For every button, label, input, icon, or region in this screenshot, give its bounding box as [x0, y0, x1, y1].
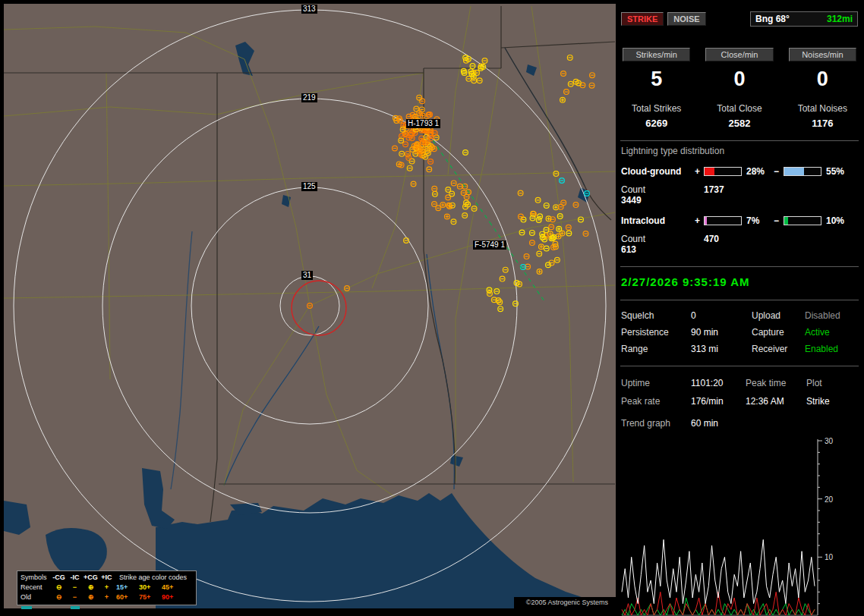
- squelch-label: Squelch: [621, 310, 691, 321]
- legend-col-pos-ic: +IC: [99, 573, 115, 583]
- divider: [620, 366, 859, 366]
- divider: [620, 140, 859, 141]
- capture-value: Active: [805, 327, 860, 338]
- persistence-value: 90 min: [691, 327, 752, 338]
- divider: [620, 266, 859, 267]
- ic-minus-percent: 10%: [826, 215, 852, 226]
- water-shapes: [4, 42, 616, 608]
- intracloud-label: Intracloud: [621, 215, 695, 226]
- noises-per-min-column: Noises/min 0 Total Noises 1176: [789, 48, 856, 129]
- legend-rows: Recent⊖−⊕+15+30+45+Old⊖−⊕+60+75+90+: [20, 583, 193, 602]
- noises-per-min-button[interactable]: Noises/min: [789, 48, 856, 61]
- pos-ic-symbol: +: [99, 592, 115, 602]
- range-value: 313 mi: [691, 344, 752, 354]
- squelch-value: 0: [691, 310, 752, 321]
- minus-sign: −: [774, 166, 784, 177]
- intracloud-count-row: Count 470 613: [621, 234, 860, 255]
- strike-symbols: [307, 55, 595, 312]
- cg-minus-count: 3449: [621, 195, 746, 206]
- legend-col-neg-ic: -IC: [67, 573, 83, 583]
- total-noises-label: Total Noises: [789, 103, 856, 114]
- close-per-min-column: Close/min 0 Total Close 2582: [705, 48, 773, 129]
- strikes-per-min-value: 5: [623, 68, 690, 91]
- total-close-label: Total Close: [705, 103, 773, 114]
- legend-row: Recent⊖−⊕+15+30+45+: [20, 583, 193, 592]
- total-strikes-label: Total Strikes: [623, 103, 690, 114]
- legend-col-neg-cg: -CG: [51, 573, 67, 583]
- neg-cg-symbol: ⊖: [51, 592, 67, 602]
- total-strikes-value: 6269: [623, 118, 690, 129]
- count-label: Count: [621, 234, 695, 244]
- cloud-ground-row: Cloud-ground + 28% − 55%: [621, 166, 860, 177]
- cg-minus-bar: [784, 167, 821, 176]
- peak-time-value: 12:36 AM: [746, 396, 806, 407]
- age-code: 75+: [139, 592, 160, 602]
- strikes-per-min-button[interactable]: Strikes/min: [623, 48, 690, 61]
- plot-label: Plot: [806, 378, 860, 388]
- ic-plus-percent: 7%: [746, 215, 774, 226]
- storm-cell-label: H-1793 1: [406, 119, 440, 128]
- legend-age-title: Strike age color codes: [119, 573, 187, 583]
- receiver-value: Enabled: [805, 344, 860, 354]
- uptime-label: Uptime: [621, 378, 691, 388]
- distribution-title: Lightning type distribution: [621, 146, 860, 156]
- uptime-value: 1101:20: [691, 378, 746, 388]
- age-code: 30+: [139, 583, 160, 592]
- pos-cg-symbol: ⊕: [83, 583, 99, 592]
- peak-rate-label: Peak rate: [621, 396, 691, 407]
- upload-value: Disabled: [805, 310, 860, 321]
- neg-cg-symbol: ⊖: [51, 583, 67, 592]
- strikes-per-min-column: Strikes/min 5 Total Strikes 6269: [623, 48, 690, 129]
- peak-time-label: Peak time: [746, 378, 806, 388]
- age-code: 90+: [162, 592, 183, 602]
- total-noises-value: 1176: [789, 118, 856, 129]
- rivers: [171, 48, 585, 489]
- ic-plus-count: 470: [704, 234, 784, 244]
- trend-graph-canvas: 1020306050403020100min: [619, 433, 860, 616]
- svg-text:10: 10: [825, 553, 834, 561]
- cg-plus-percent: 28%: [746, 166, 774, 177]
- cloud-ground-count-row: Count 1737 3449: [621, 184, 860, 206]
- ic-plus-bar: [704, 216, 742, 225]
- legend-row-label: Recent: [20, 583, 51, 592]
- capture-label: Capture: [752, 327, 805, 338]
- status-panel: STRIKE NOISE Bng 68° 312mi Strikes/min 5…: [619, 4, 860, 612]
- cg-minus-percent: 55%: [826, 166, 852, 177]
- receiver-status-grid: Squelch 0 Upload Disabled Persistence 90…: [621, 310, 860, 354]
- plot-value: Strike: [806, 396, 860, 407]
- storm-overlays: [292, 140, 544, 335]
- persistence-label: Persistence: [621, 327, 691, 338]
- datetime-display: 2/27/2026 9:35:19 AM: [621, 275, 860, 288]
- neg-ic-symbol: −: [67, 592, 83, 602]
- range-ring-label: 313: [301, 5, 317, 14]
- ic-minus-count: 613: [621, 244, 746, 255]
- total-close-value: 2582: [705, 118, 773, 129]
- range-ring-label: 31: [301, 271, 313, 280]
- cg-plus-bar: [704, 167, 742, 176]
- trend-graph-window: 60 min: [691, 418, 718, 429]
- close-per-min-value: 0: [705, 68, 773, 91]
- pos-ic-symbol: +: [99, 583, 115, 592]
- minus-sign: −: [774, 215, 784, 226]
- lightning-map[interactable]: Symbols -CG -IC +CG +IC Strike age color…: [4, 4, 616, 608]
- legend-header: Symbols -CG -IC +CG +IC Strike age color…: [20, 573, 193, 583]
- noises-per-min-value: 0: [789, 68, 856, 91]
- ic-minus-bar: [784, 216, 821, 225]
- upload-label: Upload: [752, 310, 805, 321]
- corner-mark: [71, 606, 80, 609]
- close-per-min-button[interactable]: Close/min: [705, 48, 773, 61]
- cg-plus-count: 1737: [704, 184, 784, 195]
- noise-mode-button[interactable]: NOISE: [667, 12, 705, 26]
- divider: [620, 300, 859, 300]
- receiver-label: Receiver: [752, 344, 805, 354]
- plus-sign: +: [695, 166, 704, 177]
- corner-mark: [21, 606, 32, 609]
- mode-toolbar: STRIKE NOISE Bng 68° 312mi: [621, 11, 858, 27]
- bearing-range-value: 312mi: [827, 14, 853, 24]
- cloud-ground-label: Cloud-ground: [621, 166, 695, 177]
- trend-graph-row: Trend graph 60 min: [621, 418, 860, 429]
- plus-sign: +: [695, 215, 704, 226]
- legend-symbols-title: Symbols: [20, 573, 51, 583]
- strike-mode-button[interactable]: STRIKE: [621, 12, 664, 26]
- pos-cg-symbol: ⊕: [83, 592, 99, 602]
